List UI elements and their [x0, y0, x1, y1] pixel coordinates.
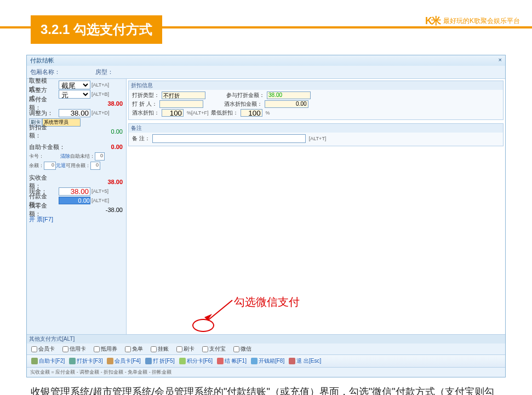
memo-label: 备 注：	[132, 135, 150, 142]
payable-value: 38.00	[59, 100, 124, 107]
toolbar-label-3: 打 折[F5]	[153, 357, 175, 365]
pay-method-label-4: 挂账	[158, 345, 169, 353]
available-value: 0	[90, 162, 100, 170]
toolbar-icon-1	[69, 358, 76, 364]
content-area	[127, 148, 505, 334]
pay-method-2[interactable]: 抵用券	[94, 345, 117, 353]
toolbar-label-0: 自助卡[F2]	[39, 357, 65, 365]
pay-methods-row: 会员卡信用卡抵用券免单挂账刷卡支付宝微信	[27, 344, 505, 354]
participate-label: 参与打折金额：	[226, 91, 265, 99]
pay-method-checkbox-7[interactable]	[233, 346, 239, 352]
pay-method-label-2: 抵用券	[101, 345, 117, 353]
participate-value: 38.00	[267, 91, 311, 99]
pay-method-label-1: 信用卡	[70, 345, 86, 353]
pay-method-label-7: 微信	[241, 345, 251, 353]
pay-method-label-5: 刷卡	[184, 345, 195, 353]
toolbar-label-2: 会员卡[F4]	[115, 357, 140, 365]
close-icon[interactable]: ×	[499, 56, 502, 65]
page-title: 3.2.1 勾选支付方式	[31, 15, 162, 44]
wine-discount-input[interactable]	[162, 109, 184, 117]
min-unit: %	[266, 110, 270, 116]
status-bar: 实收金额 = 应付金额 - 调整金额 - 折扣金额 - 免单金额 - 挂帐金额	[27, 367, 505, 377]
discount-person-value	[159, 100, 203, 108]
cash-input[interactable]	[59, 187, 90, 196]
adjust-hint: [ALT+D]	[91, 110, 110, 116]
wine-discount-label: 酒水折扣：	[132, 109, 159, 117]
toolbar-btn-1[interactable]: 打折卡[F3]	[69, 357, 102, 365]
action-toolbar: 自助卡[F2]打折卡[F3]会员卡[F4]打 折[F5]积分卡[F6]结 帐[F…	[27, 354, 505, 367]
room-type-label: 房型：	[95, 68, 113, 76]
toolbar-icon-4	[179, 358, 186, 364]
clear-button[interactable]: 清除	[60, 153, 70, 160]
pay-method-0[interactable]: 会员卡	[31, 345, 55, 353]
toolbar-btn-2[interactable]: 会员卡[F4]	[107, 357, 140, 365]
wine-amt-label: 酒水折扣金额：	[224, 100, 262, 108]
wine-amt-value: 0.00	[265, 100, 308, 108]
window-title: 付款结帐	[30, 56, 54, 65]
toolbar-label-5: 结 帐[F1]	[225, 357, 247, 365]
round-unit-select[interactable]: 元	[59, 90, 90, 99]
available-label: 可用余额：	[66, 162, 90, 169]
pay-method-1[interactable]: 信用卡	[62, 345, 86, 353]
toolbar-icon-0	[31, 358, 38, 364]
pay-method-checkbox-0[interactable]	[31, 346, 37, 352]
pay-method-6[interactable]: 支付宝	[202, 345, 226, 353]
discount-type-value: 不打折	[162, 91, 205, 99]
round-mode-select[interactable]: 截尾	[59, 81, 90, 89]
window-titlebar: 付款结帐 ×	[27, 55, 505, 66]
discount-amt-label: 折扣金额：	[29, 123, 59, 140]
pay-method-3[interactable]: 免单	[125, 345, 143, 353]
pay-method-5[interactable]: 刷卡	[176, 345, 195, 353]
toolbar-icon-2	[107, 358, 113, 364]
adjust-label: 调整为：	[29, 109, 59, 117]
toolbar-icon-7	[289, 358, 295, 364]
toolbar-label-6: 开钱箱[F8]	[259, 357, 284, 365]
footer-description: 收银管理系统/超市管理系统/会员管理系统的"付款结账"（或充值）界面，勾选"微信…	[31, 384, 501, 395]
toolbar-btn-7[interactable]: 退 出[Esc]	[289, 357, 321, 365]
paid-input[interactable]: 0.00	[59, 197, 90, 204]
pay-method-4[interactable]: 挂账	[151, 345, 169, 353]
invoice-link[interactable]: 开 票[F7]	[29, 215, 53, 224]
pay-method-label-0: 会员卡	[38, 345, 55, 353]
pay-method-label-3: 免单	[132, 345, 143, 353]
room-name-label: 包厢名称：	[30, 68, 60, 76]
brand-tagline: 最好玩的K歌聚会娱乐平台	[443, 16, 520, 26]
round-mode-hint: [ALT+A]	[91, 82, 109, 88]
brand-logo: K米	[425, 14, 440, 27]
cardno-label: 卡号：	[29, 153, 44, 160]
round-unit-hint: [ALT+B]	[91, 91, 109, 97]
recharge-value: 0	[95, 152, 105, 161]
toolbar-icon-5	[217, 358, 224, 364]
toolbar-btn-6[interactable]: 开钱箱[F8]	[251, 357, 284, 365]
memo-section-title: 备注	[129, 124, 503, 133]
min-discount-label: 最低折扣：	[211, 109, 238, 117]
pay-method-checkbox-3[interactable]	[125, 346, 131, 352]
toolbar-btn-0[interactable]: 自助卡[F2]	[31, 357, 65, 365]
discount-section: 折扣信息 打折类型： 不打折 参与打折金额： 38.00 打 折 人： 酒水折扣…	[128, 81, 504, 120]
toolbar-btn-3[interactable]: 打 折[F5]	[145, 357, 175, 365]
discount-amt-value: 0.00	[59, 128, 124, 135]
pay-method-checkbox-1[interactable]	[62, 346, 68, 352]
memo-hint: [ALT+T]	[309, 136, 327, 141]
toolbar-btn-5[interactable]: 结 帐[F1]	[217, 357, 247, 365]
balance-unit[interactable]: 元退	[56, 162, 66, 169]
selfcard-label: 自助卡金额：	[29, 143, 65, 151]
paid-hint: [ALT+E]	[91, 198, 109, 203]
toolbar-label-7: 退 出[Esc]	[296, 357, 321, 365]
min-discount-input[interactable]	[241, 109, 262, 117]
pay-method-checkbox-2[interactable]	[94, 346, 100, 352]
toolbar-icon-3	[145, 358, 152, 364]
memo-input[interactable]	[152, 134, 306, 143]
pay-method-checkbox-4[interactable]	[151, 346, 157, 352]
adjust-input[interactable]	[59, 109, 90, 117]
toolbar-label-1: 打折卡[F3]	[77, 357, 102, 365]
pay-methods-title: 其他支付方式[ALT]	[27, 335, 505, 344]
annotation-circle	[192, 319, 214, 332]
pay-method-checkbox-6[interactable]	[202, 346, 208, 352]
actual-value: 38.00	[59, 179, 124, 185]
balance-value: 0	[44, 162, 56, 170]
pay-method-7[interactable]: 微信	[233, 345, 251, 353]
toolbar-btn-4[interactable]: 积分卡[F6]	[179, 357, 213, 365]
discount-section-title: 折扣信息	[129, 81, 503, 90]
pay-method-checkbox-5[interactable]	[176, 346, 182, 352]
